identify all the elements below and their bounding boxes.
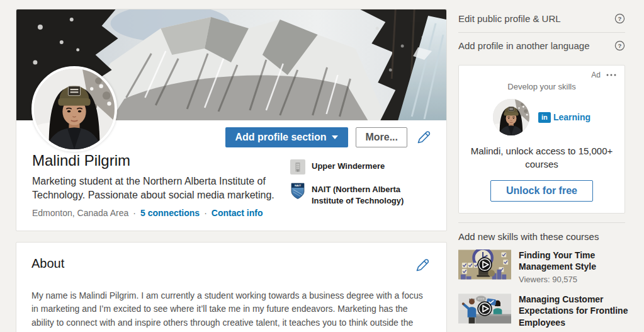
customer-expectations-thumb-art: [458, 294, 511, 324]
time-management-thumb-art: [458, 249, 511, 280]
profile-name: Malindi Pilgrim: [32, 152, 290, 170]
main-column: Add profile section More... Malindi Pilg…: [16, 9, 447, 332]
edit-public-profile-link[interactable]: Edit public profile & URL: [458, 13, 561, 24]
profile-photo-art: [34, 69, 115, 149]
ad-label: Ad: [591, 71, 601, 79]
svg-text:?: ?: [618, 15, 622, 22]
svg-text:?: ?: [618, 42, 622, 49]
about-card: About My name is Malindi Pilgrim. I am c…: [16, 242, 447, 332]
ad-tagline: Develop your skills: [466, 82, 617, 91]
identity-block: Malindi Pilgrim Marketing student at the…: [32, 152, 290, 218]
help-icon[interactable]: ?: [614, 13, 625, 24]
profile-info: Malindi Pilgrim Marketing student at the…: [16, 148, 446, 231]
course-item[interactable]: Managing Customer Expectations for Front…: [458, 294, 644, 330]
chevron-down-icon: [332, 135, 338, 139]
play-icon: [477, 301, 492, 316]
dot-separator: ·: [204, 208, 207, 218]
about-body: My name is Malindi Pilgrim. I am current…: [31, 290, 423, 332]
about-header: About: [31, 256, 431, 274]
course-info: Finding Your Time Management Style Viewe…: [519, 249, 644, 284]
course-title[interactable]: Managing Customer Expectations for Front…: [519, 294, 644, 328]
education-row[interactable]: NAIT NAIT (Northern Alberta Institute of…: [290, 183, 434, 206]
profile-photo[interactable]: [31, 66, 117, 152]
skills-section-heading: Add new skills with these courses: [458, 231, 630, 242]
current-company-row[interactable]: Upper Windermere: [290, 159, 434, 175]
course-title[interactable]: Finding Your Time Management Style: [519, 249, 644, 273]
course-viewers: Viewers: 90,575: [519, 275, 644, 284]
play-icon: [477, 257, 492, 272]
add-profile-language-row: Add profile in another language ?: [458, 36, 625, 59]
help-icon[interactable]: ?: [614, 40, 625, 51]
contact-info-link[interactable]: Contact info: [212, 208, 263, 218]
add-profile-section-label: Add profile section: [235, 132, 327, 143]
ad-visual-row: in Learning: [466, 99, 617, 135]
dot-separator: ·: [133, 208, 136, 218]
more-button[interactable]: More...: [356, 127, 407, 147]
school-name: NAIT (Northern Alberta Institute of Tech…: [312, 183, 434, 206]
unlock-for-free-button[interactable]: Unlock for free: [490, 180, 593, 202]
nait-logo: NAIT: [290, 183, 305, 199]
add-profile-section-button[interactable]: Add profile section: [225, 127, 349, 147]
course-thumbnail[interactable]: [458, 249, 511, 280]
linkedin-in-badge: in: [538, 112, 551, 123]
pencil-icon: [416, 130, 431, 145]
affiliations-block: Upper Windermere NAIT: [290, 152, 434, 218]
profile-headline: Marketing student at the Northern Albert…: [32, 175, 290, 203]
course-info: Managing Customer Expectations for Front…: [519, 294, 644, 330]
learning-wordmark: Learning: [553, 112, 590, 122]
edit-about-button[interactable]: [414, 256, 431, 274]
about-text: My name is Malindi Pilgrim. I am current…: [31, 289, 431, 332]
connections-link[interactable]: 5 connections: [140, 208, 200, 218]
svg-text:NAIT: NAIT: [295, 184, 302, 187]
edit-public-profile-row: Edit public profile & URL ?: [458, 9, 625, 32]
edit-profile-button[interactable]: [415, 129, 432, 146]
sidebar-divider: [458, 32, 625, 33]
ad-headline: Malindi, unlock access to 15,000+ course…: [466, 144, 617, 171]
profile-card: Add profile section More... Malindi Pilg…: [16, 9, 447, 231]
course-item[interactable]: Finding Your Time Management Style Viewe…: [458, 249, 644, 284]
location-row: Edmonton, Canada Area · 5 connections · …: [32, 208, 290, 218]
right-sidebar: Edit public profile & URL ? Add profile …: [458, 9, 630, 332]
building-icon: [290, 159, 305, 175]
linkedin-learning-logo: in Learning: [538, 112, 590, 123]
company-name: Upper Windermere: [312, 159, 385, 172]
add-profile-language-link[interactable]: Add profile in another language: [458, 40, 590, 51]
about-title: About: [31, 256, 64, 271]
course-thumbnail[interactable]: [458, 294, 511, 324]
ad-profile-photo: [493, 99, 529, 135]
sidebar-divider: [458, 222, 625, 223]
pencil-icon: [415, 258, 430, 273]
ellipsis-icon[interactable]: [606, 72, 617, 78]
ad-header: Ad: [466, 71, 617, 79]
linkedin-learning-ad-card: Ad Develop your skills in Learning Malin…: [458, 65, 625, 214]
profile-location: Edmonton, Canada Area: [32, 208, 128, 218]
